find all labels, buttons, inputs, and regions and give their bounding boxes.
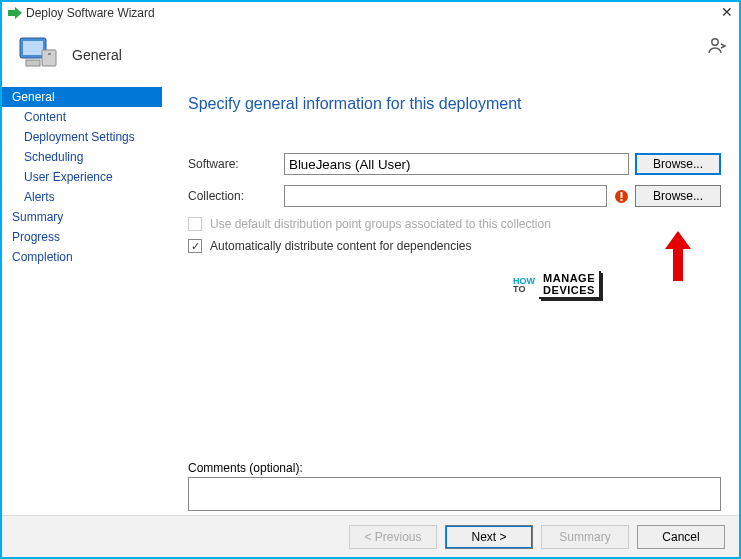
page-title: Specify general information for this dep… [188,95,721,113]
window-title: Deploy Software Wizard [26,6,155,20]
header-title: General [72,47,122,63]
header: General [2,24,739,87]
sidebar-item-alerts[interactable]: Alerts [2,187,162,207]
sidebar-item-deployment-settings[interactable]: Deployment Settings [2,127,162,147]
software-row: Software: Browse... [188,153,721,175]
titlebar: Deploy Software Wizard ✕ [2,2,739,24]
sidebar-item-scheduling[interactable]: Scheduling [2,147,162,167]
sidebar: General Content Deployment Settings Sche… [2,87,162,516]
comments-label: Comments (optional): [188,461,721,475]
sidebar-item-summary[interactable]: Summary [2,207,162,227]
software-label: Software: [188,157,284,171]
next-button[interactable]: Next > [445,525,533,549]
comments-area: Comments (optional): [188,461,721,514]
collection-input[interactable] [284,185,607,207]
svg-marker-0 [8,7,22,19]
collection-row: Collection: Browse... [188,185,721,207]
default-dp-checkbox-row: Use default distribution point groups as… [188,217,721,231]
collection-label: Collection: [188,189,284,203]
footer: < Previous Next > Summary Cancel [2,515,739,557]
svg-rect-9 [620,199,622,201]
cancel-button[interactable]: Cancel [637,525,725,549]
warning-icon [613,188,629,204]
software-input[interactable] [284,153,629,175]
svg-rect-5 [26,60,40,66]
svg-rect-8 [620,192,622,198]
sidebar-item-content[interactable]: Content [2,107,162,127]
main-area: General Content Deployment Settings Sche… [2,87,739,516]
auto-distribute-label: Automatically distribute content for dep… [210,239,472,253]
computer-icon [18,34,60,75]
default-dp-checkbox [188,217,202,231]
close-icon[interactable]: ✕ [721,4,733,20]
sidebar-item-progress[interactable]: Progress [2,227,162,247]
person-icon [707,36,727,59]
sidebar-item-user-experience[interactable]: User Experience [2,167,162,187]
svg-rect-4 [48,53,51,55]
content-panel: Specify general information for this dep… [162,87,739,516]
browse-collection-button[interactable]: Browse... [635,185,721,207]
comments-textarea[interactable] [188,477,721,511]
svg-rect-3 [42,50,56,66]
auto-distribute-row: ✓ Automatically distribute content for d… [188,239,721,253]
default-dp-label: Use default distribution point groups as… [210,217,551,231]
watermark: HOW TO MANAGEDEVICES [513,271,601,299]
summary-button: Summary [541,525,629,549]
svg-point-6 [712,39,718,45]
svg-rect-2 [23,41,43,55]
sidebar-item-completion[interactable]: Completion [2,247,162,267]
sidebar-item-general[interactable]: General [2,87,162,107]
deploy-arrow-icon [8,7,22,19]
auto-distribute-checkbox[interactable]: ✓ [188,239,202,253]
previous-button: < Previous [349,525,437,549]
browse-software-button[interactable]: Browse... [635,153,721,175]
